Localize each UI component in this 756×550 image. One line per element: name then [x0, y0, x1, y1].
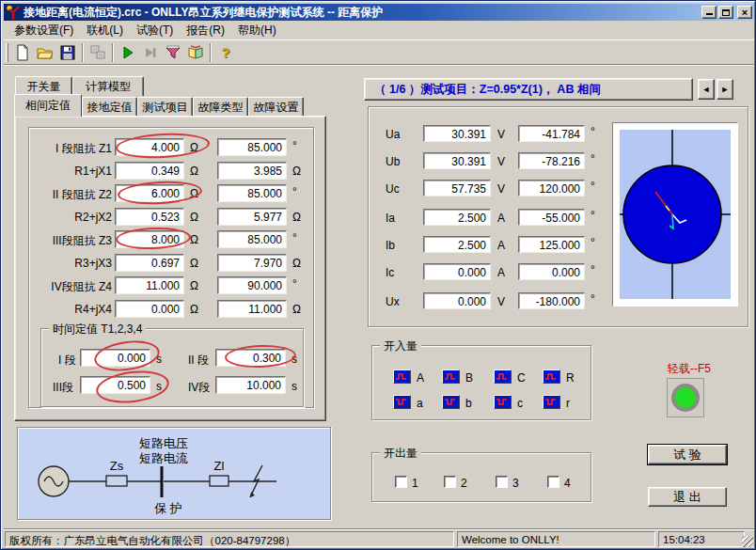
ia-angle-field: -55.000 — [518, 209, 585, 226]
ib-label: Ib — [386, 239, 395, 252]
row-label: R2+jX2 — [31, 211, 112, 224]
tab-ground-settings[interactable]: 接地定值 — [82, 97, 137, 117]
z1-magnitude-input[interactable]: 4.000 — [115, 138, 184, 156]
fault-current-label: 短路电流 — [139, 451, 188, 465]
test-button[interactable]: 试 验 — [648, 445, 727, 464]
ua-label: Ua — [386, 128, 400, 141]
z2-angle-input[interactable]: 85.000 — [217, 184, 287, 202]
phasor-display — [612, 122, 738, 306]
r1x1-x-input[interactable]: 3.985 — [217, 162, 287, 180]
output-checkbox-4[interactable] — [547, 476, 559, 488]
z4-angle-input[interactable]: 90.000 — [217, 276, 287, 294]
r1x1-r-input[interactable]: 0.349 — [115, 162, 184, 180]
tab-calc-model[interactable]: 计算模型 — [72, 76, 144, 96]
input-indicator-A — [393, 369, 411, 384]
output-checkbox-2[interactable] — [444, 476, 456, 488]
ua-value-field: 30.391 — [423, 125, 491, 142]
z1-angle-input[interactable]: 85.000 — [217, 138, 287, 156]
tab-fault-type[interactable]: 故障类型 — [193, 97, 248, 117]
help-icon[interactable]: ? — [214, 41, 237, 63]
ib-value-field: 2.500 — [423, 236, 491, 253]
time-settings-title: 时间定值 T1,2,3,4 — [49, 322, 146, 338]
uc-angle-field: 120.000 — [518, 180, 585, 196]
binary-input-group: 开入量 A B C R a b c r — [371, 345, 591, 420]
report-icon[interactable] — [162, 41, 184, 63]
exit-button[interactable]: 退 出 — [648, 487, 727, 507]
menu-help[interactable]: 帮助(H) — [231, 21, 283, 40]
binary-output-title: 开出量 — [380, 446, 421, 462]
browse-results-icon[interactable] — [184, 41, 207, 63]
ua-angle-field: -41.784 — [518, 125, 585, 142]
tab-switch-quantity[interactable]: 开关量 — [15, 76, 72, 96]
input-indicator-a — [393, 395, 411, 409]
welcome-status: Welcome to ONLLY! — [457, 531, 655, 547]
new-file-icon[interactable] — [11, 41, 34, 63]
menu-test[interactable]: 试验(T) — [130, 21, 180, 40]
menu-report[interactable]: 报告(R) — [180, 21, 231, 40]
menu-connect[interactable]: 联机(L) — [80, 21, 130, 40]
tab-fault-settings[interactable]: 故障设置 — [248, 97, 304, 117]
fault-voltage-label: 短路电压 — [139, 436, 188, 450]
uc-value-field: 57.735 — [423, 180, 491, 196]
binary-input-title: 开入量 — [380, 338, 421, 354]
r4x4-r-input[interactable]: 0.000 — [115, 300, 184, 318]
row-label: III段阻抗 Z3 — [31, 233, 112, 249]
close-button[interactable]: × — [737, 6, 752, 19]
ic-angle-field: 0.000 — [518, 263, 585, 280]
ub-angle-field: -78.216 — [518, 152, 585, 169]
ub-value-field: 30.391 — [423, 152, 491, 169]
maximize-button[interactable] — [718, 6, 733, 19]
t4-input[interactable]: 10.000 — [215, 376, 286, 394]
open-file-icon[interactable] — [34, 41, 56, 63]
ic-value-field: 0.000 — [423, 263, 491, 280]
save-file-icon[interactable] — [56, 41, 79, 63]
input-indicator-b — [442, 395, 460, 409]
connect-icon[interactable] — [87, 41, 109, 63]
next-item-button[interactable]: ► — [717, 79, 733, 100]
window-title: 接地距离(电流恒定).crc - ONLLY昂立系列继电保护测试系统 -- 距离… — [24, 5, 383, 21]
test-item-text: （ 1/6 ）测试项目：Z=0.95*Z(1)， AB 相间 — [374, 82, 601, 98]
light-load-led-button[interactable] — [667, 378, 704, 417]
tab-test-items[interactable]: 测试项目 — [137, 97, 193, 117]
green-led-icon — [671, 384, 700, 412]
t3-input[interactable]: 0.500 — [80, 376, 150, 394]
t2-input[interactable]: 0.300 — [215, 349, 286, 367]
app-window: 接地距离(电流恒定).crc - ONLLY昂立系列继电保护测试系统 -- 距离… — [0, 0, 756, 550]
prev-item-button[interactable]: ◄ — [698, 79, 715, 100]
binary-output-group: 开出量 1 2 3 4 — [371, 452, 591, 502]
menu-bar: 参数设置(F) 联机(L) 试验(T) 报告(R) 帮助(H) — [4, 22, 754, 39]
output-values-panel: Ua 30.391 V -41.784 ° Ub 30.391 V -78.21… — [368, 106, 748, 327]
toolbar-grip[interactable] — [6, 43, 8, 62]
menu-parameter-settings[interactable]: 参数设置(F) — [8, 21, 80, 40]
zl-label: Zl — [214, 459, 225, 473]
r3x3-x-input[interactable]: 7.970 — [217, 254, 287, 272]
toolbar: ? — [4, 39, 754, 65]
r2x2-r-input[interactable]: 0.523 — [115, 208, 184, 226]
tab-phase-settings-active[interactable]: 相间定值 — [14, 94, 82, 117]
r2x2-x-input[interactable]: 5.977 — [217, 208, 287, 226]
resize-grip[interactable] — [742, 536, 753, 547]
run-test-icon[interactable] — [117, 41, 139, 63]
input-indicator-B — [442, 369, 460, 384]
clock-status: 15:04:23 — [658, 531, 745, 547]
input-indicator-r — [543, 395, 560, 409]
r3x3-r-input[interactable]: 0.697 — [115, 254, 184, 272]
output-checkbox-1[interactable] — [395, 476, 407, 488]
minimize-button[interactable] — [701, 6, 717, 19]
circuit-diagram-panel: Zs 短路电压 短路电流 保 护 Zl — [17, 427, 331, 520]
row-label: I 段阻抗 Z1 — [31, 141, 112, 157]
z3-magnitude-input[interactable]: 8.000 — [115, 230, 184, 248]
r4x4-x-input[interactable]: 11.000 — [217, 300, 287, 318]
copyright-status: 版权所有：广东昂立电气自动化有限公司（020-84797298） — [5, 531, 454, 547]
ux-angle-field: -180.000 — [518, 292, 585, 309]
step-forward-icon[interactable] — [139, 41, 162, 63]
z2-magnitude-input[interactable]: 6.000 — [115, 184, 184, 202]
circuit-diagram: Zs 短路电压 短路电流 保 护 Zl — [18, 428, 330, 519]
output-checkbox-3[interactable] — [496, 476, 508, 488]
t1-input[interactable]: 0.000 — [80, 349, 150, 367]
z3-angle-input[interactable]: 85.000 — [217, 230, 287, 248]
light-load-label: 轻载--F5 — [656, 361, 722, 377]
row-label: R3+jX3 — [31, 257, 112, 270]
title-bar: 接地距离(电流恒定).crc - ONLLY昂立系列继电保护测试系统 -- 距离… — [4, 4, 754, 21]
z4-magnitude-input[interactable]: 11.000 — [115, 276, 184, 294]
